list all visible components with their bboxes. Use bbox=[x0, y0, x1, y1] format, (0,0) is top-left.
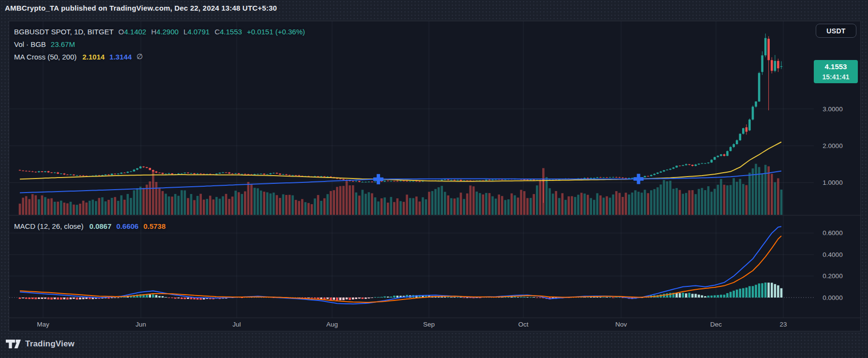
symbol-legend-row[interactable]: BGBUSDT SPOT, 1D, BITGET O4.1402 H4.2900… bbox=[14, 25, 305, 38]
open-value: 4.1402 bbox=[124, 28, 146, 36]
volume-legend-row[interactable]: Vol · BGB 23.67M bbox=[14, 38, 305, 50]
svg-text:23: 23 bbox=[779, 321, 787, 328]
macd-hist-value: 0.0867 bbox=[89, 222, 111, 230]
publish-title: AMBCrypto_TA published on TradingView.co… bbox=[5, 4, 277, 12]
macd-signal-value: 0.5738 bbox=[143, 222, 166, 230]
ma-cross-legend-row[interactable]: MA Cross (50, 200) 2.1014 1.3144 ∅ bbox=[14, 50, 305, 63]
svg-text:0.2000: 0.2000 bbox=[822, 272, 842, 280]
svg-text:Dec: Dec bbox=[710, 321, 722, 328]
svg-text:0.6000: 0.6000 bbox=[822, 229, 842, 237]
svg-text:2.0000: 2.0000 bbox=[822, 142, 842, 149]
symbol-title: BGBUSDT SPOT, 1D, BITGET bbox=[14, 28, 114, 36]
brand-name[interactable]: TradingView bbox=[25, 339, 75, 349]
bar-countdown: 15:41:41 bbox=[822, 72, 849, 82]
currency-toggle-button[interactable]: USDT bbox=[816, 24, 856, 38]
svg-text:Nov: Nov bbox=[615, 321, 627, 328]
svg-text:May: May bbox=[37, 321, 49, 328]
svg-text:0.0000: 0.0000 bbox=[822, 294, 842, 301]
time-axis[interactable]: MayJunJulAugSepOctNovDec23 bbox=[37, 321, 787, 328]
legend-panel: BGBUSDT SPOT, 1D, BITGET O4.1402 H4.2900… bbox=[14, 25, 305, 63]
ma50-value: 2.1014 bbox=[82, 53, 105, 61]
svg-text:1.0000: 1.0000 bbox=[822, 179, 842, 186]
volume-title: Vol · BGB bbox=[14, 40, 46, 48]
macd-legend-row[interactable]: MACD (12, 26, close) 0.0867 0.6606 0.573… bbox=[14, 220, 166, 232]
close-label: C bbox=[214, 28, 220, 36]
macd-line bbox=[20, 226, 781, 304]
price-axis[interactable]: 3.00002.00001.00000.60000.40000.20000.00… bbox=[822, 105, 842, 301]
chart-frame: 3.00002.00001.00000.60000.40000.20000.00… bbox=[9, 21, 861, 331]
svg-text:Oct: Oct bbox=[518, 321, 528, 328]
volume-value: 23.67M bbox=[51, 40, 75, 48]
macd-line-value: 0.6606 bbox=[116, 222, 138, 230]
low-label: L bbox=[183, 28, 187, 36]
published-chart-page: { "header": { "title": "AMBCrypto_TA pub… bbox=[0, 0, 868, 358]
high-label: H bbox=[151, 28, 156, 36]
ma-cross-title: MA Cross (50, 200) bbox=[14, 53, 76, 61]
close-value: 4.1553 bbox=[220, 28, 242, 36]
last-price: 4.1553 bbox=[825, 61, 847, 72]
ma50-line bbox=[20, 142, 781, 181]
grid bbox=[9, 21, 814, 318]
change-value: +0.0151 (+0.36%) bbox=[247, 28, 305, 36]
high-value: 4.2900 bbox=[156, 28, 179, 36]
ma200-value: 1.3144 bbox=[109, 53, 132, 61]
svg-text:Jun: Jun bbox=[136, 321, 146, 328]
last-price-badge[interactable]: 4.1553 15:41:41 bbox=[814, 60, 858, 83]
svg-text:3.0000: 3.0000 bbox=[822, 105, 842, 113]
tradingview-logo-icon[interactable] bbox=[6, 340, 21, 348]
open-label: O bbox=[119, 28, 124, 36]
macd-title: MACD (12, 26, close) bbox=[14, 222, 83, 230]
svg-text:Aug: Aug bbox=[326, 321, 338, 328]
svg-text:Jul: Jul bbox=[232, 321, 241, 328]
low-value: 4.0791 bbox=[187, 28, 210, 36]
chart-canvas[interactable]: 3.00002.00001.00000.60000.40000.20000.00… bbox=[9, 21, 861, 332]
svg-text:Sep: Sep bbox=[423, 321, 435, 328]
svg-text:0.4000: 0.4000 bbox=[822, 251, 842, 258]
cross-null-value: ∅ bbox=[137, 52, 143, 61]
macd-signal-line bbox=[20, 236, 781, 302]
footer: TradingView bbox=[6, 339, 75, 349]
